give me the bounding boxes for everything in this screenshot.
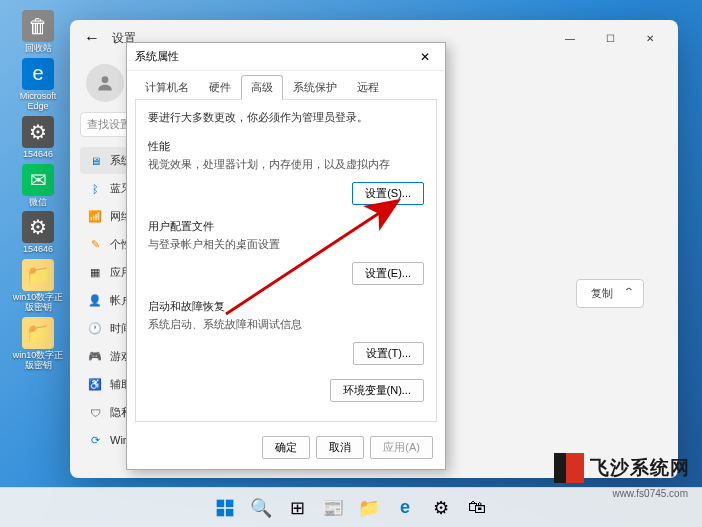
search-placeholder: 查找设置 — [87, 117, 131, 132]
group-desc: 视觉效果，处理器计划，内存使用，以及虚拟内存 — [148, 158, 424, 172]
tab-system-protection[interactable]: 系统保护 — [283, 75, 347, 100]
icon-label: 微信 — [29, 198, 47, 208]
dialog-content: 要进行大多数更改，你必须作为管理员登录。 性能 视觉效果，处理器计划，内存使用，… — [135, 99, 437, 422]
tab-advanced[interactable]: 高级 — [241, 75, 283, 100]
user-icon: 👤 — [88, 294, 102, 308]
desktop-icon-edge[interactable]: e Microsoft Edge — [10, 58, 66, 112]
desktop-icon-folder1[interactable]: 📁 win10数字正版密钥 — [10, 259, 66, 313]
dialog-footer: 确定 取消 应用(A) — [127, 430, 445, 469]
task-view-button[interactable]: ⊞ — [281, 492, 313, 524]
svg-point-0 — [102, 76, 109, 83]
gear-icon: ⚙ — [22, 116, 54, 148]
maximize-button[interactable]: ☐ — [590, 23, 630, 53]
recycle-bin-icon: 🗑 — [22, 10, 54, 42]
group-desc: 系统启动、系统故障和调试信息 — [148, 318, 424, 332]
wechat-icon: ✉ — [22, 164, 54, 196]
group-title: 用户配置文件 — [148, 219, 424, 234]
icon-label: win10数字正版密钥 — [10, 351, 66, 371]
close-button[interactable]: ✕ — [413, 47, 437, 67]
desktop-icon-folder2[interactable]: 📁 win10数字正版密钥 — [10, 317, 66, 371]
copy-button[interactable]: 复制 — [576, 279, 644, 308]
edge-icon: e — [22, 58, 54, 90]
desktop-icons: 🗑 回收站 e Microsoft Edge ⚙ 154646 ✉ 微信 ⚙ 1… — [10, 10, 66, 371]
startup-settings-button[interactable]: 设置(T)... — [353, 342, 424, 365]
search-icon: 🔍 — [250, 497, 272, 519]
folder-icon: 📁 — [358, 497, 380, 519]
env-vars-button[interactable]: 环境变量(N)... — [330, 379, 424, 402]
group-title: 性能 — [148, 139, 424, 154]
tab-hardware[interactable]: 硬件 — [199, 75, 241, 100]
admin-note: 要进行大多数更改，你必须作为管理员登录。 — [148, 110, 424, 125]
close-button[interactable]: ✕ — [630, 23, 670, 53]
group-performance: 性能 视觉效果，处理器计划，内存使用，以及虚拟内存 设置(S)... — [148, 139, 424, 205]
minimize-button[interactable]: — — [550, 23, 590, 53]
start-button[interactable] — [209, 492, 241, 524]
gear-icon: ⚙ — [22, 211, 54, 243]
watermark: 飞沙系统网 — [554, 453, 690, 483]
settings-button[interactable]: ⚙ — [425, 492, 457, 524]
desktop-icon-cfg2[interactable]: ⚙ 154646 — [10, 211, 66, 255]
group-title: 启动和故障恢复 — [148, 299, 424, 314]
windows-icon — [215, 498, 235, 518]
svg-rect-5 — [226, 508, 234, 515]
apply-button[interactable]: 应用(A) — [370, 436, 433, 459]
edge-button[interactable]: e — [389, 492, 421, 524]
wifi-icon: 📶 — [88, 210, 102, 224]
system-properties-dialog: 系统属性 ✕ 计算机名 硬件 高级 系统保护 远程 要进行大多数更改，你必须作为… — [126, 42, 446, 470]
store-button[interactable]: 🛍 — [461, 492, 493, 524]
brush-icon: ✎ — [88, 238, 102, 252]
folder-icon: 📁 — [22, 259, 54, 291]
back-button[interactable]: ← — [78, 24, 106, 52]
game-icon: 🎮 — [88, 350, 102, 364]
apps-icon: ▦ — [88, 266, 102, 280]
icon-label: 154646 — [23, 245, 53, 255]
svg-rect-2 — [217, 499, 225, 507]
ok-button[interactable]: 确定 — [262, 436, 310, 459]
bluetooth-icon: ᛒ — [88, 182, 102, 196]
desktop-icon-recycle-bin[interactable]: 🗑 回收站 — [10, 10, 66, 54]
watermark-url: www.fs0745.com — [612, 488, 688, 499]
taskbar: 🔍 ⊞ 📰 📁 e ⚙ 🛍 — [0, 487, 702, 527]
icon-label: 回收站 — [25, 44, 52, 54]
accessibility-icon: ♿ — [88, 378, 102, 392]
dialog-title: 系统属性 — [135, 49, 179, 64]
widgets-button[interactable]: 📰 — [317, 492, 349, 524]
group-desc: 与登录帐户相关的桌面设置 — [148, 238, 424, 252]
folder-icon: 📁 — [22, 317, 54, 349]
group-startup: 启动和故障恢复 系统启动、系统故障和调试信息 设置(T)... — [148, 299, 424, 365]
taskview-icon: ⊞ — [290, 497, 305, 519]
window-controls: — ☐ ✕ — [550, 23, 670, 53]
desktop-icon-cfg1[interactable]: ⚙ 154646 — [10, 116, 66, 160]
tab-remote[interactable]: 远程 — [347, 75, 389, 100]
watermark-logo-icon — [554, 453, 584, 483]
icon-label: Microsoft Edge — [10, 92, 66, 112]
store-icon: 🛍 — [468, 497, 486, 518]
performance-settings-button[interactable]: 设置(S)... — [352, 182, 424, 205]
watermark-text: 飞沙系统网 — [590, 455, 690, 481]
monitor-icon: 🖥 — [88, 154, 102, 168]
dialog-tabs: 计算机名 硬件 高级 系统保护 远程 — [127, 71, 445, 100]
shield-icon: 🛡 — [88, 406, 102, 420]
icon-label: 154646 — [23, 150, 53, 160]
cancel-button[interactable]: 取消 — [316, 436, 364, 459]
profiles-settings-button[interactable]: 设置(E)... — [352, 262, 424, 285]
user-avatar[interactable] — [86, 64, 124, 102]
svg-rect-3 — [226, 499, 234, 507]
widgets-icon: 📰 — [322, 497, 344, 519]
explorer-button[interactable]: 📁 — [353, 492, 385, 524]
desktop-icon-wechat[interactable]: ✉ 微信 — [10, 164, 66, 208]
tab-computer-name[interactable]: 计算机名 — [135, 75, 199, 100]
gear-icon: ⚙ — [433, 497, 449, 519]
update-icon: ⟳ — [88, 434, 102, 448]
edge-icon: e — [400, 497, 410, 518]
icon-label: win10数字正版密钥 — [10, 293, 66, 313]
group-profiles: 用户配置文件 与登录帐户相关的桌面设置 设置(E)... — [148, 219, 424, 285]
dialog-titlebar: 系统属性 ✕ — [127, 43, 445, 71]
search-button[interactable]: 🔍 — [245, 492, 277, 524]
person-icon — [95, 73, 115, 93]
svg-rect-4 — [217, 508, 225, 515]
clock-icon: 🕐 — [88, 322, 102, 336]
